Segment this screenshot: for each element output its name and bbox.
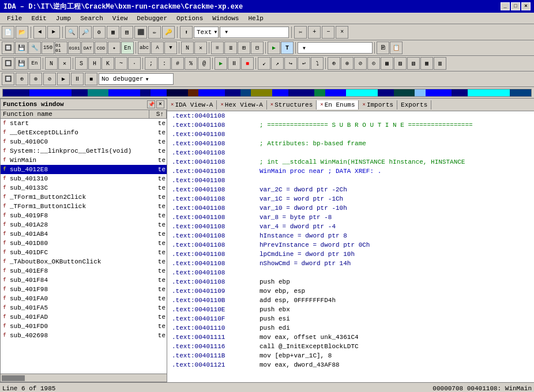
tb2-12[interactable]: ▼ [164,42,177,54]
functions-list[interactable]: fstarttef__GetExceptDLLinfotefsub_4010C0… [1,119,167,374]
text-dropdown-container[interactable]: Text ▼ [194,27,219,38]
code-line[interactable]: .text:00401108 [167,176,534,185]
tb3-colon[interactable]: : [158,57,171,70]
forward-button[interactable]: ► [47,26,60,39]
tb2-play[interactable]: ▶ [268,42,280,54]
code-line[interactable]: .text:00401116 call @_InitExceptBlockLDT… [167,342,534,351]
function-row[interactable]: fsub_401F84te [1,276,167,285]
function-row[interactable]: fsub_4019F8te [1,211,167,220]
tb-close-x[interactable]: × [336,26,348,39]
tab-ida-view-a[interactable]: × IDA View-A [167,100,217,110]
function-row[interactable]: fsub_401DFCte [1,248,167,257]
tb3-play[interactable]: ▶ [215,57,227,70]
menu-edit[interactable]: Edit [27,14,51,22]
function-row[interactable]: fstartte [1,119,167,128]
tb3-1[interactable]: 🔲 [2,57,14,70]
tb2-en[interactable]: En [121,42,134,54]
minimize-button[interactable]: _ [501,2,510,10]
tb3-wave[interactable]: ~ [115,57,127,70]
maximize-button[interactable]: □ [511,2,520,10]
tb3-dbg2[interactable]: ⊗ [341,57,354,70]
tb-btn-2[interactable]: 🔎 [79,26,92,39]
code-line[interactable]: .text:0040110F push esi [167,314,534,323]
tb3-dbg7[interactable]: ▧ [407,57,420,70]
addr-input[interactable]: ▼ [298,42,373,54]
code-line[interactable]: .text:00401108; Attributes: bp-based fra… [167,139,534,148]
function-row[interactable]: f__GetExceptDLLinfote [1,128,167,137]
tb3-dbg3[interactable]: ⊘ [354,57,367,70]
tb3-dbg6[interactable]: ▨ [394,57,407,70]
code-line[interactable]: .text:00401108 push ebp [167,277,534,287]
tb2-16[interactable]: ⊟ [251,42,264,54]
tb3-slash[interactable]: ✕ [58,57,71,70]
code-line[interactable]: .text:00401110 push edi [167,323,534,333]
tab-close-icon-3[interactable]: × [270,102,273,108]
tb4-4[interactable]: ⊘ [43,73,56,85]
tb-btn-5[interactable]: ▤ [121,26,133,39]
functions-col-name[interactable]: Function name [1,110,149,118]
menu-file[interactable]: File [2,14,27,22]
code-line[interactable]: .text:0040110B add esp, 0FFFFFFFD4h [167,296,534,305]
function-row[interactable]: fsub_4012E8te [1,165,167,174]
function-row[interactable]: fSystem::__linkproc__GetTls(void)te [1,146,167,156]
code-line[interactable]: .text:00401108; int __stdcall WinMain(HI… [167,157,534,167]
tab-close-icon-5[interactable]: × [362,102,365,108]
code-line[interactable]: .text:00401108var_10 = dword ptr -10h [167,203,534,213]
tb3-k[interactable]: K [101,57,114,70]
functions-scrollbar-h[interactable] [1,374,167,382]
tb2-5[interactable]: 01 01 [55,42,67,54]
tb3-step1[interactable]: ↙ [258,57,270,70]
functions-scrollbar-thumb[interactable] [2,375,25,381]
tb4-1[interactable]: 🔲 [2,73,14,85]
tb3-s[interactable]: S [75,57,88,70]
function-row[interactable]: fsub_402698te [1,331,167,340]
tab-structures[interactable]: × Structures [267,100,317,110]
code-line[interactable]: .text:00401108hInstance = dword ptr 8 [167,231,534,240]
code-line[interactable]: .text:00401108 [167,268,534,277]
function-row[interactable]: fsub_40133Cte [1,183,167,193]
tab-imports[interactable]: × Imports [359,100,397,110]
tb3-step3[interactable]: ↪ [284,57,297,70]
tb3-semi[interactable]: ; [145,57,157,70]
code-line[interactable]: .text:00401108var_2C = dword ptr -2Ch [167,185,534,194]
tb-snippet-1[interactable]: ✂ [294,26,307,39]
tb3-pause[interactable]: ⏸ [228,57,240,70]
code-line[interactable]: .text:00401108; ================ S U B R… [167,120,534,130]
tb3-dbg5[interactable]: ▩ [381,57,393,70]
menu-debugger[interactable]: Debugger [132,14,172,22]
code-line[interactable]: .text:00401111 mov eax, offset unk_4361C… [167,333,534,342]
code-line[interactable]: .text:0040110E push ebx [167,305,534,314]
tb3-h[interactable]: H [88,57,101,70]
function-row[interactable]: fsub_401310te [1,174,167,183]
tb3-percent[interactable]: % [185,57,197,70]
function-row[interactable]: fsub_401FA5te [1,303,167,312]
code-line[interactable]: .text:00401109 mov ebp, esp [167,287,534,296]
tb2-14[interactable]: ≣ [224,42,237,54]
code-line[interactable]: .text:00401108hPrevInstance = dword ptr … [167,240,534,250]
new-button[interactable]: 📄 [2,26,14,39]
function-row[interactable]: f_TAboutBox_OKButtonClickte [1,257,167,266]
tb2-1[interactable]: 🔲 [2,42,14,54]
code-line[interactable]: .text:00401108var_1C = word ptr -1Ch [167,194,534,203]
function-row[interactable]: fsub_4010C0te [1,137,167,146]
tb2-t[interactable]: T [281,42,294,54]
tb3-n[interactable]: N [45,57,58,70]
function-row[interactable]: f_TForm1_Button1Clickte [1,202,167,211]
tb2-8[interactable]: COD [95,42,107,54]
tb3-dbg4[interactable]: ⊙ [367,57,380,70]
menu-jump[interactable]: Jump [51,14,76,22]
function-row[interactable]: fsub_401F98te [1,285,167,294]
tb4-7[interactable]: ■ [85,73,97,85]
function-row[interactable]: fsub_401FA0te [1,294,167,303]
tb-btn-6[interactable]: ⬛ [134,26,147,39]
functions-col-seg[interactable]: S↑ [149,110,167,118]
code-line[interactable]: .text:00401108WinMain proc near ; DATA X… [167,167,534,176]
tb2-3[interactable]: 🔧 [28,42,41,54]
functions-close-button[interactable]: × [156,100,164,108]
function-row[interactable]: fsub_401D80te [1,239,167,248]
menu-windows[interactable]: Windows [208,14,243,22]
tb2-n[interactable]: N [181,42,194,54]
tb2-17[interactable]: 🖹 [377,42,389,54]
menu-search[interactable]: Search [76,14,108,22]
tb3-at[interactable]: @ [198,57,210,70]
